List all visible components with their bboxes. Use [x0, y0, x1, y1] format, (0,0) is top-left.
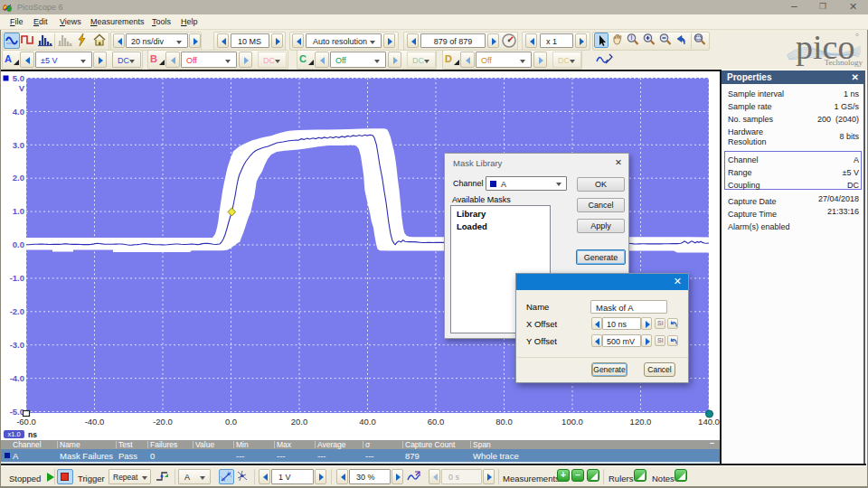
svg-text:100.0: 100.0	[561, 417, 583, 427]
svg-text:x1.0: x1.0	[7, 430, 20, 438]
svg-text:4.0: 4.0	[13, 107, 24, 117]
svg-text:ns: ns	[28, 430, 37, 439]
svg-text:-2.0: -2.0	[10, 306, 24, 316]
svg-text:140.0: 140.0	[698, 417, 720, 427]
svg-text:5.0: 5.0	[13, 73, 24, 83]
svg-text:2.0: 2.0	[13, 173, 24, 183]
svg-text:1.0: 1.0	[13, 206, 24, 216]
svg-text:Technology: Technology	[825, 58, 863, 67]
svg-text:-4.0: -4.0	[10, 373, 24, 383]
svg-text:120.0: 120.0	[630, 417, 652, 427]
svg-text:80.0: 80.0	[495, 417, 513, 427]
svg-text:20.0: 20.0	[291, 417, 308, 427]
svg-text:0.0: 0.0	[225, 417, 237, 427]
svg-text:-1.0: -1.0	[10, 273, 24, 283]
svg-text:-5.0: -5.0	[10, 407, 24, 417]
svg-text:3.0: 3.0	[13, 140, 24, 150]
svg-text:-40.0: -40.0	[85, 417, 105, 427]
svg-text:-60.0: -60.0	[16, 417, 36, 427]
svg-text:40.0: 40.0	[359, 417, 376, 427]
svg-text:-3.0: -3.0	[10, 340, 24, 350]
svg-text:V: V	[19, 83, 25, 93]
svg-text:0.0: 0.0	[13, 239, 24, 249]
svg-text:-20.0: -20.0	[153, 417, 173, 427]
svg-text:60.0: 60.0	[428, 417, 445, 427]
